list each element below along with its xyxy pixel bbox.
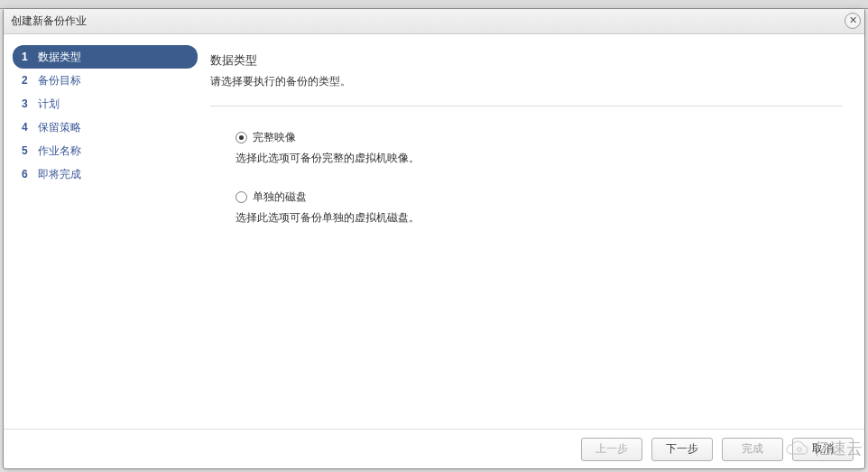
step-number: 1 [22, 51, 34, 63]
radio-individual-disk[interactable]: 单独的磁盘 [235, 190, 843, 205]
option-desc: 选择此选项可备份完整的虚拟机映像。 [235, 151, 843, 166]
step-label: 即将完成 [38, 167, 81, 182]
wizard-sidebar: 1 数据类型 2 备份目标 3 计划 4 保留策略 5 作业名称 6 即将完成 [4, 34, 198, 429]
step-number: 2 [22, 74, 34, 87]
step-label: 保留策略 [38, 120, 81, 135]
option-label: 单独的磁盘 [253, 190, 307, 205]
titlebar: 创建新备份作业 ✕ [4, 9, 864, 34]
option-desc: 选择此选项可备份单独的虚拟机磁盘。 [235, 210, 843, 226]
options-group: 完整映像 选择此选项可备份完整的虚拟机映像。 单独的磁盘 选择此选项可备份单独的… [210, 130, 843, 249]
radio-icon [235, 191, 247, 203]
radio-icon [235, 132, 247, 143]
prev-button[interactable]: 上一步 [581, 438, 642, 461]
step-label: 数据类型 [38, 50, 81, 65]
sidebar-step-schedule[interactable]: 3 计划 [13, 92, 198, 116]
step-number: 4 [22, 121, 34, 134]
finish-button[interactable]: 完成 [722, 438, 783, 461]
sidebar-step-job-name[interactable]: 5 作业名称 [13, 139, 198, 162]
sidebar-step-finish[interactable]: 6 即将完成 [13, 162, 198, 186]
step-label: 备份目标 [38, 73, 81, 88]
close-icon[interactable]: ✕ [845, 13, 861, 29]
option-label: 完整映像 [253, 130, 296, 145]
option-full-image: 完整映像 选择此选项可备份完整的虚拟机映像。 [235, 130, 843, 166]
step-label: 作业名称 [38, 143, 81, 159]
radio-full-image[interactable]: 完整映像 [235, 130, 843, 145]
option-individual-disk: 单独的磁盘 选择此选项可备份单独的虚拟机磁盘。 [235, 190, 843, 226]
wizard-dialog: 创建新备份作业 ✕ 1 数据类型 2 备份目标 3 计划 4 保留策略 5 作业… [3, 8, 865, 469]
sidebar-step-data-type[interactable]: 1 数据类型 [13, 45, 198, 69]
divider [210, 106, 843, 106]
page-subheading: 请选择要执行的备份的类型。 [210, 74, 843, 89]
sidebar-step-backup-target[interactable]: 2 备份目标 [13, 69, 198, 92]
next-button[interactable]: 下一步 [651, 438, 713, 461]
dialog-title: 创建新备份作业 [11, 14, 87, 29]
sidebar-step-retention[interactable]: 4 保留策略 [13, 116, 198, 139]
step-number: 6 [22, 168, 34, 180]
cancel-button[interactable]: 取消 [792, 438, 854, 461]
step-number: 3 [22, 97, 34, 110]
step-label: 计划 [38, 97, 60, 112]
wizard-content: 数据类型 请选择要执行的备份的类型。 完整映像 选择此选项可备份完整的虚拟机映像… [198, 34, 864, 429]
page-heading: 数据类型 [210, 52, 843, 69]
step-number: 5 [22, 144, 34, 157]
wizard-footer: 上一步 下一步 完成 取消 [4, 429, 864, 468]
dialog-body: 1 数据类型 2 备份目标 3 计划 4 保留策略 5 作业名称 6 即将完成 [4, 34, 864, 429]
